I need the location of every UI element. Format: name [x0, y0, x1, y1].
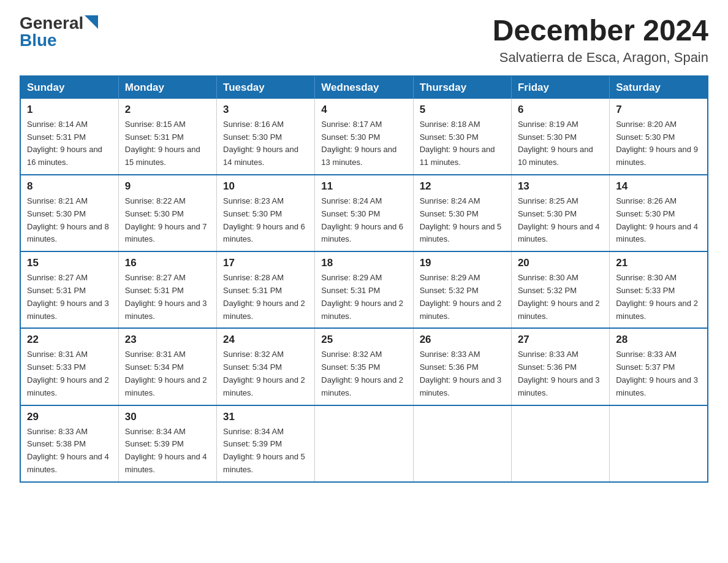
- day-info: Sunrise: 8:30 AMSunset: 5:32 PMDaylight:…: [518, 273, 600, 320]
- calendar-cell: 24 Sunrise: 8:32 AMSunset: 5:34 PMDaylig…: [217, 328, 315, 405]
- weekday-header-sunday: Sunday: [20, 76, 118, 99]
- title-section: December 2024 Salvatierra de Esca, Arago…: [493, 15, 708, 66]
- day-number: 24: [223, 334, 308, 346]
- calendar-cell: 3 Sunrise: 8:16 AMSunset: 5:30 PMDayligh…: [217, 99, 315, 175]
- day-info: Sunrise: 8:27 AMSunset: 5:31 PMDaylight:…: [125, 273, 207, 320]
- calendar-cell: [610, 405, 708, 482]
- day-info: Sunrise: 8:30 AMSunset: 5:33 PMDaylight:…: [616, 273, 698, 320]
- calendar-cell: 28 Sunrise: 8:33 AMSunset: 5:37 PMDaylig…: [610, 328, 708, 405]
- weekday-header-wednesday: Wednesday: [315, 76, 413, 99]
- page-header: General Blue December 2024 Salvatierra d…: [20, 15, 708, 66]
- day-info: Sunrise: 8:32 AMSunset: 5:34 PMDaylight:…: [223, 350, 305, 397]
- day-number: 23: [125, 334, 210, 346]
- day-number: 4: [321, 104, 406, 116]
- calendar-cell: 29 Sunrise: 8:33 AMSunset: 5:38 PMDaylig…: [20, 405, 118, 482]
- calendar-cell: 12 Sunrise: 8:24 AMSunset: 5:30 PMDaylig…: [413, 175, 511, 251]
- month-title: December 2024: [493, 15, 708, 47]
- day-info: Sunrise: 8:26 AMSunset: 5:30 PMDaylight:…: [616, 196, 698, 243]
- calendar-cell: 14 Sunrise: 8:26 AMSunset: 5:30 PMDaylig…: [610, 175, 708, 251]
- calendar-cell: 13 Sunrise: 8:25 AMSunset: 5:30 PMDaylig…: [511, 175, 609, 251]
- day-number: 22: [27, 334, 112, 346]
- day-number: 26: [420, 334, 505, 346]
- calendar-cell: 5 Sunrise: 8:18 AMSunset: 5:30 PMDayligh…: [413, 99, 511, 175]
- day-info: Sunrise: 8:22 AMSunset: 5:30 PMDaylight:…: [125, 196, 207, 243]
- calendar-cell: 4 Sunrise: 8:17 AMSunset: 5:30 PMDayligh…: [315, 99, 413, 175]
- calendar-cell: 22 Sunrise: 8:31 AMSunset: 5:33 PMDaylig…: [20, 328, 118, 405]
- day-number: 8: [27, 180, 112, 193]
- day-number: 18: [321, 257, 406, 269]
- day-info: Sunrise: 8:29 AMSunset: 5:32 PMDaylight:…: [420, 273, 502, 320]
- day-number: 30: [125, 411, 210, 423]
- calendar-cell: 2 Sunrise: 8:15 AMSunset: 5:31 PMDayligh…: [118, 99, 216, 175]
- day-number: 15: [27, 257, 112, 269]
- day-info: Sunrise: 8:33 AMSunset: 5:36 PMDaylight:…: [518, 350, 600, 397]
- day-number: 2: [125, 104, 210, 116]
- calendar-cell: 18 Sunrise: 8:29 AMSunset: 5:31 PMDaylig…: [315, 251, 413, 328]
- calendar-cell: [511, 405, 609, 482]
- day-info: Sunrise: 8:21 AMSunset: 5:30 PMDaylight:…: [27, 196, 109, 243]
- svg-marker-0: [85, 15, 98, 29]
- calendar-cell: 27 Sunrise: 8:33 AMSunset: 5:36 PMDaylig…: [511, 328, 609, 405]
- calendar-cell: 15 Sunrise: 8:27 AMSunset: 5:31 PMDaylig…: [20, 251, 118, 328]
- calendar-cell: 23 Sunrise: 8:31 AMSunset: 5:34 PMDaylig…: [118, 328, 216, 405]
- day-info: Sunrise: 8:31 AMSunset: 5:34 PMDaylight:…: [125, 350, 207, 397]
- calendar-cell: 1 Sunrise: 8:14 AMSunset: 5:31 PMDayligh…: [20, 99, 118, 175]
- day-number: 28: [616, 334, 701, 346]
- calendar-cell: 9 Sunrise: 8:22 AMSunset: 5:30 PMDayligh…: [118, 175, 216, 251]
- day-info: Sunrise: 8:15 AMSunset: 5:31 PMDaylight:…: [125, 120, 200, 167]
- day-number: 21: [616, 257, 701, 269]
- calendar-week-2: 8 Sunrise: 8:21 AMSunset: 5:30 PMDayligh…: [20, 175, 708, 251]
- day-number: 5: [420, 104, 505, 116]
- day-info: Sunrise: 8:33 AMSunset: 5:37 PMDaylight:…: [616, 350, 698, 397]
- day-number: 19: [420, 257, 505, 269]
- day-info: Sunrise: 8:16 AMSunset: 5:30 PMDaylight:…: [223, 120, 298, 167]
- weekday-header-thursday: Thursday: [413, 76, 511, 99]
- day-info: Sunrise: 8:34 AMSunset: 5:39 PMDaylight:…: [223, 427, 305, 474]
- calendar-cell: 26 Sunrise: 8:33 AMSunset: 5:36 PMDaylig…: [413, 328, 511, 405]
- day-info: Sunrise: 8:25 AMSunset: 5:30 PMDaylight:…: [518, 196, 600, 243]
- weekday-header-friday: Friday: [511, 76, 609, 99]
- day-info: Sunrise: 8:34 AMSunset: 5:39 PMDaylight:…: [125, 427, 207, 474]
- day-number: 17: [223, 257, 308, 269]
- day-info: Sunrise: 8:29 AMSunset: 5:31 PMDaylight:…: [321, 273, 403, 320]
- day-info: Sunrise: 8:20 AMSunset: 5:30 PMDaylight:…: [616, 120, 698, 167]
- day-number: 16: [125, 257, 210, 269]
- day-number: 25: [321, 334, 406, 346]
- calendar-cell: 25 Sunrise: 8:32 AMSunset: 5:35 PMDaylig…: [315, 328, 413, 405]
- day-info: Sunrise: 8:28 AMSunset: 5:31 PMDaylight:…: [223, 273, 305, 320]
- day-number: 1: [27, 104, 112, 116]
- calendar-cell: 21 Sunrise: 8:30 AMSunset: 5:33 PMDaylig…: [610, 251, 708, 328]
- calendar-cell: [413, 405, 511, 482]
- day-info: Sunrise: 8:33 AMSunset: 5:38 PMDaylight:…: [27, 427, 109, 474]
- calendar-cell: 30 Sunrise: 8:34 AMSunset: 5:39 PMDaylig…: [118, 405, 216, 482]
- day-number: 29: [27, 411, 112, 423]
- calendar-week-1: 1 Sunrise: 8:14 AMSunset: 5:31 PMDayligh…: [20, 99, 708, 175]
- day-number: 14: [616, 180, 701, 193]
- calendar-cell: 11 Sunrise: 8:24 AMSunset: 5:30 PMDaylig…: [315, 175, 413, 251]
- day-number: 7: [616, 104, 701, 116]
- logo-arrow-icon: [85, 15, 98, 29]
- weekday-header-row: SundayMondayTuesdayWednesdayThursdayFrid…: [20, 76, 708, 99]
- day-info: Sunrise: 8:33 AMSunset: 5:36 PMDaylight:…: [420, 350, 502, 397]
- day-info: Sunrise: 8:18 AMSunset: 5:30 PMDaylight:…: [420, 120, 495, 167]
- calendar-week-5: 29 Sunrise: 8:33 AMSunset: 5:38 PMDaylig…: [20, 405, 708, 482]
- day-number: 20: [518, 257, 603, 269]
- day-number: 3: [223, 104, 308, 116]
- calendar-week-3: 15 Sunrise: 8:27 AMSunset: 5:31 PMDaylig…: [20, 251, 708, 328]
- calendar-cell: 31 Sunrise: 8:34 AMSunset: 5:39 PMDaylig…: [217, 405, 315, 482]
- calendar-table: SundayMondayTuesdayWednesdayThursdayFrid…: [20, 75, 708, 483]
- day-number: 11: [321, 180, 406, 193]
- calendar-cell: 17 Sunrise: 8:28 AMSunset: 5:31 PMDaylig…: [217, 251, 315, 328]
- day-number: 31: [223, 411, 308, 423]
- day-info: Sunrise: 8:24 AMSunset: 5:30 PMDaylight:…: [321, 196, 403, 243]
- day-number: 9: [125, 180, 210, 193]
- calendar-body: 1 Sunrise: 8:14 AMSunset: 5:31 PMDayligh…: [20, 99, 708, 482]
- day-info: Sunrise: 8:27 AMSunset: 5:31 PMDaylight:…: [27, 273, 109, 320]
- day-info: Sunrise: 8:19 AMSunset: 5:30 PMDaylight:…: [518, 120, 593, 167]
- day-info: Sunrise: 8:31 AMSunset: 5:33 PMDaylight:…: [27, 350, 109, 397]
- calendar-cell: 7 Sunrise: 8:20 AMSunset: 5:30 PMDayligh…: [610, 99, 708, 175]
- logo: General Blue: [20, 15, 98, 49]
- calendar-cell: 20 Sunrise: 8:30 AMSunset: 5:32 PMDaylig…: [511, 251, 609, 328]
- calendar-cell: 6 Sunrise: 8:19 AMSunset: 5:30 PMDayligh…: [511, 99, 609, 175]
- calendar-cell: [315, 405, 413, 482]
